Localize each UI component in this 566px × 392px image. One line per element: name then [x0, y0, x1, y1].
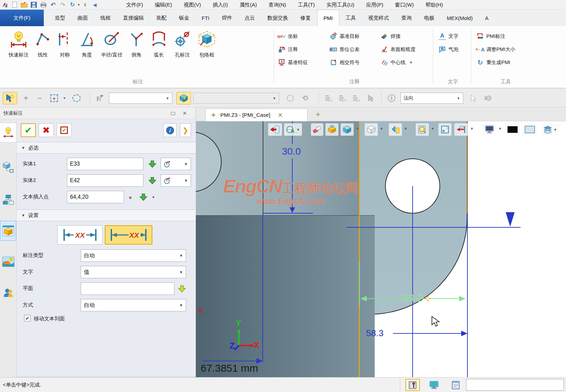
ribbon-tab-sheet-metal[interactable]: 钣金 [173, 10, 195, 26]
ribbon-button-arc-length[interactable]: 弧长 [148, 26, 170, 58]
cancel-button[interactable]: ✖ [39, 123, 54, 137]
combo-dropdown-arrow[interactable]: ▼ [184, 162, 188, 166]
dim-total-text[interactable]: 67.3851 mm [201, 362, 258, 374]
entity-filter-combobox[interactable]: ▼ [109, 93, 172, 104]
ribbon-button-annotation[interactable]: 注释 [276, 43, 327, 56]
tab-add-icon[interactable]: + [211, 111, 215, 119]
combo-dropdown-arrow[interactable]: ▼ [166, 96, 169, 100]
ribbon-button-balloon[interactable]: A气泡 [436, 43, 458, 56]
ribbon-button-angle[interactable]: 角度 [76, 26, 98, 58]
entity2-mode-combobox[interactable]: ▼ [161, 174, 191, 187]
open-file-icon[interactable] [20, 1, 28, 9]
entity1-mode-combobox[interactable]: ▼ [161, 158, 191, 170]
speaker-icon[interactable]: ◀ [91, 1, 99, 9]
section-view-button[interactable] [325, 123, 338, 136]
toolbox-button[interactable] [405, 379, 420, 391]
entity2-pick-icon[interactable] [147, 175, 158, 186]
menu-inquire[interactable]: 查询(N) [263, 0, 292, 9]
select-cursor-icon[interactable] [467, 92, 479, 104]
ribbon-button-weld[interactable]: 焊接 [378, 30, 433, 43]
ribbon-button-coordinate[interactable]: xyz↙坐标 [276, 30, 327, 43]
combo-dropdown-arrow[interactable]: ▼ [457, 96, 460, 100]
ribbon-tab-wireframe[interactable]: 线框 [94, 10, 117, 26]
notes-button[interactable] [449, 379, 463, 391]
dim-style-inside-button[interactable]: XX [105, 225, 152, 245]
ribbon-button-radius-diameter[interactable]: 半径/直径 [98, 26, 125, 58]
dropdown-arrow[interactable]: ▼ [380, 127, 383, 131]
text-combobox[interactable]: 值▼ [81, 266, 186, 278]
options-flag-button[interactable]: ❯ [180, 123, 191, 137]
dim-29-handle-icon[interactable] [425, 296, 431, 303]
ribbon-button-symmetry[interactable]: 对称 [54, 26, 76, 58]
monitor-button[interactable] [427, 379, 441, 391]
regen-icon[interactable]: ↻ [68, 1, 77, 9]
ribbon-button-surface-roughness[interactable]: 表面粗糙度 [378, 43, 433, 56]
zoom-window-button[interactable] [438, 123, 452, 136]
orient-compass-icon[interactable] [385, 92, 398, 104]
erase-button[interactable] [311, 123, 323, 136]
panel-minimize-icon[interactable] [169, 110, 177, 116]
ribbon-tab-shape[interactable]: 造型 [49, 10, 71, 26]
ribbon-tab-pmi[interactable]: PMI [317, 10, 340, 26]
plane-pick-icon[interactable] [176, 283, 188, 295]
dropdown-arrow[interactable]: ▼ [470, 127, 474, 131]
dim-30-text[interactable]: 30.0 [282, 146, 301, 157]
entity1-input[interactable] [67, 158, 143, 170]
regen-dropdown-arrow[interactable]: ▼ [77, 3, 80, 7]
add-selection-icon[interactable]: + [20, 92, 32, 104]
expand-chevrons-icon[interactable]: » [126, 191, 136, 203]
ribbon-tab-visualize[interactable]: 视觉样式 [362, 10, 395, 26]
orientation-combobox[interactable]: 法向▼ [401, 93, 463, 104]
view-globe-button[interactable]: ▼ [284, 123, 302, 136]
menu-applications[interactable]: 应用(P) [360, 0, 389, 9]
insert-point-dropdown-arrow[interactable]: ▼ [150, 191, 156, 203]
menu-tools[interactable]: 工具(T) [292, 0, 321, 9]
status-input-field[interactable] [466, 379, 564, 391]
combo-dropdown-arrow[interactable]: ▼ [179, 270, 183, 274]
3d-viewport[interactable]: 30.0 29.2 58.3 67.3851 mm [196, 121, 566, 377]
centerline-dropdown-arrow[interactable]: ▼ [410, 61, 413, 64]
dropdown-arrow[interactable]: ▼ [554, 128, 557, 132]
menu-attributes[interactable]: 属性(A) [234, 0, 263, 9]
refresh-view-icon[interactable]: ⟲ [299, 92, 311, 104]
move-text-checkbox[interactable]: ✔ [24, 315, 31, 321]
method-combobox[interactable]: 自动▼ [81, 299, 186, 311]
background-blue-swatch[interactable] [523, 123, 537, 136]
highlighted-edge-orange[interactable] [359, 121, 360, 377]
entity1-pick-icon[interactable] [147, 158, 158, 170]
ribbon-button-datum-target[interactable]: 基准目标 [327, 30, 378, 43]
ribbon-tab-clipped[interactable]: A [479, 10, 495, 26]
dropdown-arrow[interactable]: ▼ [498, 127, 502, 131]
exit-sketch-button[interactable] [268, 123, 282, 136]
ribbon-button-bounding-box[interactable]: 包络框 [194, 26, 219, 58]
menu-edit[interactable]: 编辑(E) [149, 0, 178, 9]
dim-style-outside-button[interactable]: XX [57, 225, 103, 245]
panel-close-icon[interactable]: ✕ [181, 110, 189, 116]
ribbon-tab-point-cloud[interactable]: 点云 [239, 10, 261, 26]
insert-point-pick-icon[interactable] [138, 191, 149, 203]
ribbon-tab-inquire[interactable]: 查询 [395, 10, 418, 26]
pick-filter-grid-icon[interactable]: + [48, 92, 60, 104]
flip-view-button[interactable] [389, 123, 402, 136]
info-button[interactable]: i [163, 123, 176, 137]
zoom-document-button[interactable] [416, 123, 429, 136]
document-tab[interactable]: + PMI.Z3 - [PMI_Case] ✕ [205, 109, 307, 121]
display-monitor-button[interactable] [483, 123, 496, 136]
ribbon-button-feature-control[interactable]: 形位公差 [327, 43, 378, 56]
ribbon-tab-mex-mold[interactable]: MEX(Mold) [441, 10, 479, 26]
strip-visualize-tab[interactable] [0, 252, 16, 272]
lasso-select-icon[interactable] [70, 92, 83, 104]
ribbon-tab-electrode[interactable]: 电极 [418, 10, 441, 26]
dim-58-text[interactable]: 58.3 [366, 328, 384, 339]
entity2-input[interactable] [67, 174, 143, 187]
pick-filter-dropdown-arrow[interactable]: ▼ [62, 92, 67, 104]
part-face-right-plate[interactable] [360, 121, 467, 314]
panel-title-bar[interactable]: 快速标注 ✕ [0, 107, 195, 119]
dim-29-text[interactable]: 29.2 [403, 292, 423, 304]
strip-part-view-tab[interactable] [0, 221, 16, 241]
pick-list-previous-icon[interactable] [336, 92, 348, 104]
ribbon-button-datum-feature[interactable]: A基准特征 [276, 56, 327, 69]
apply-button[interactable]: ✔ [57, 123, 72, 137]
section-required[interactable]: ▼必选 [17, 142, 196, 154]
save-icon[interactable] [30, 1, 38, 9]
